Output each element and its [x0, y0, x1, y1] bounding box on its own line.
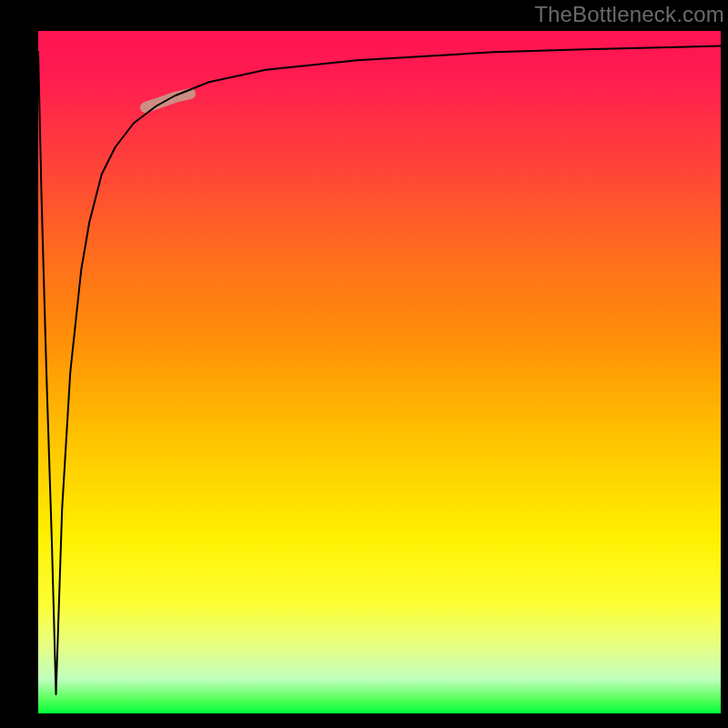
- watermark-text: TheBottleneck.com: [534, 2, 724, 27]
- chart-stage: TheBottleneck.com: [0, 0, 728, 728]
- curve-main: [38, 46, 721, 695]
- curve-layer: [38, 31, 721, 713]
- plot-area: [38, 31, 721, 713]
